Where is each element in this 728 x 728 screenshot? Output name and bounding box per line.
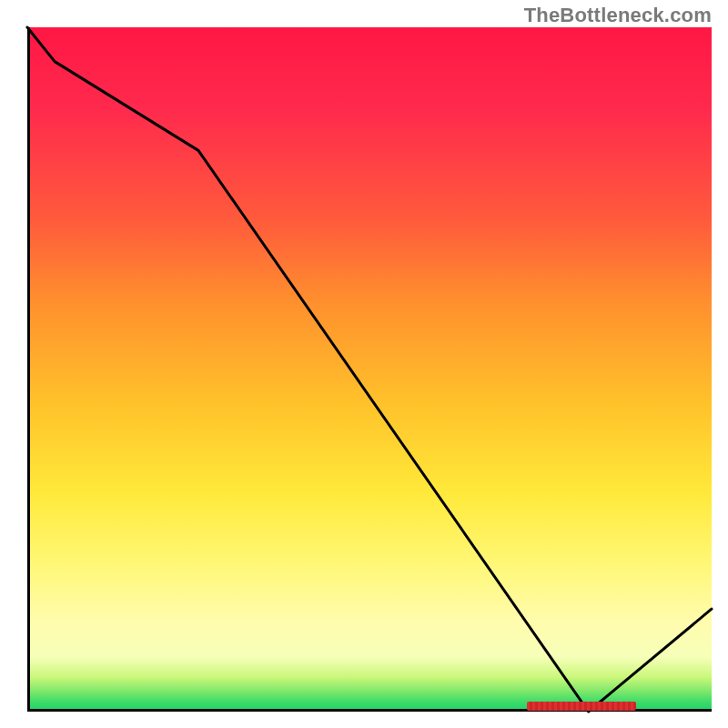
watermark-text: TheBottleneck.com <box>524 4 712 27</box>
chart-frame: TheBottleneck.com <box>0 0 728 728</box>
curve-svg <box>27 27 712 712</box>
optimum-marker <box>527 702 636 711</box>
plot-area <box>27 27 712 712</box>
curve-path <box>27 27 712 712</box>
